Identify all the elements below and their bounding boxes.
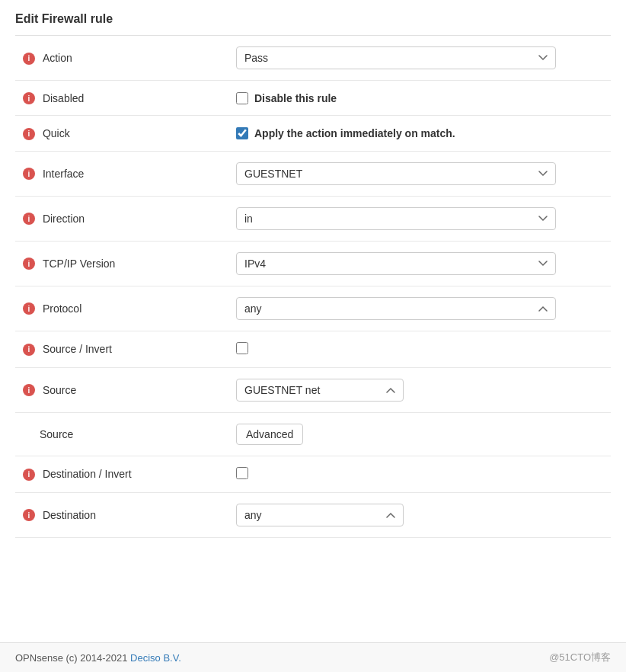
source-advanced-button[interactable]: Advanced [236,424,303,445]
footer-right: @51CTO博客 [549,651,611,664]
source-invert-checkbox[interactable] [236,342,248,354]
destination-invert-info-icon[interactable]: i [23,469,35,481]
disabled-value-cell: Disable this rule [228,81,611,116]
protocol-row: i Protocol anyTCPUDPICMP [15,286,611,331]
tcpip-label: TCP/IP Version [43,258,115,270]
source-label: Source [43,384,76,396]
destination-label-cell: i Destination [15,492,228,537]
protocol-value-cell: anyTCPUDPICMP [228,286,611,331]
protocol-info-icon[interactable]: i [23,302,35,315]
tcpip-label-cell: i TCP/IP Version [15,241,228,286]
action-label: Action [43,53,72,65]
interface-label-cell: i Interface [15,151,228,196]
interface-row: i Interface GUESTNETLANWAN [15,151,611,196]
quick-row: i Quick Apply the action immediately on … [15,116,611,151]
interface-label: Interface [43,168,84,180]
quick-label: Quick [43,128,70,140]
disabled-label-cell: i Disabled [15,81,228,116]
disabled-checkbox-label: Disable this rule [254,92,337,104]
form-table: i Action PassBlockReject i Disabled Disa… [15,36,611,538]
source-advanced-value-cell: Advanced [228,412,611,456]
quick-checkbox[interactable] [236,127,248,139]
interface-select[interactable]: GUESTNETLANWAN [236,162,556,185]
footer-left-text: OPNsense (c) 2014-2021 [15,652,127,664]
disabled-info-icon[interactable]: i [23,92,35,104]
source-select[interactable]: GUESTNET netanysingle host or network [236,379,404,402]
quick-info-icon[interactable]: i [23,128,35,140]
destination-invert-label-cell: i Destination / Invert [15,456,228,492]
quick-checkbox-label: Apply the action immediately on match. [254,127,455,139]
source-label-cell: i Source [15,367,228,412]
destination-info-icon[interactable]: i [23,509,35,521]
source-invert-value-cell [228,331,611,367]
action-value-cell: PassBlockReject [228,36,611,81]
destination-row: i Destination anysingle host or networkL… [15,492,611,537]
direction-row: i Direction inout [15,196,611,241]
direction-label: Direction [43,213,85,225]
source-value-cell: GUESTNET netanysingle host or network [228,367,611,412]
destination-invert-label: Destination / Invert [43,469,132,481]
source-invert-info-icon[interactable]: i [23,344,35,356]
source-row: i Source GUESTNET netanysingle host or n… [15,367,611,412]
quick-label-cell: i Quick [15,116,228,151]
footer-link[interactable]: Deciso B.V. [130,652,181,664]
disabled-checkbox[interactable] [236,92,248,104]
protocol-select[interactable]: anyTCPUDPICMP [236,297,556,320]
direction-info-icon[interactable]: i [23,213,35,225]
protocol-label: Protocol [43,302,81,315]
footer: OPNsense (c) 2014-2021 Deciso B.V. @51CT… [0,642,626,672]
interface-info-icon[interactable]: i [23,168,35,180]
direction-value-cell: inout [228,196,611,241]
disabled-checkbox-row: Disable this rule [236,92,603,104]
direction-label-cell: i Direction [15,196,228,241]
direction-select[interactable]: inout [236,207,556,230]
page-title: Edit Firewall rule [15,12,611,36]
destination-invert-checkbox[interactable] [236,467,248,479]
tcpip-row: i TCP/IP Version IPv4IPv6IPv4+IPv6 [15,241,611,286]
disabled-label: Disabled [43,92,84,104]
disabled-row: i Disabled Disable this rule [15,81,611,116]
source-advanced-row: Source Advanced [15,412,611,456]
quick-checkbox-row: Apply the action immediately on match. [236,127,603,139]
destination-invert-value-cell [228,456,611,492]
interface-value-cell: GUESTNETLANWAN [228,151,611,196]
quick-value-cell: Apply the action immediately on match. [228,116,611,151]
protocol-label-cell: i Protocol [15,286,228,331]
source-advanced-label-cell: Source [15,412,228,456]
destination-select[interactable]: anysingle host or networkLAN net [236,504,404,526]
source-invert-label: Source / Invert [43,344,112,356]
source-invert-label-cell: i Source / Invert [15,331,228,367]
source-advanced-label: Source [40,428,73,440]
source-invert-row: i Source / Invert [15,331,611,367]
tcpip-info-icon[interactable]: i [23,258,35,270]
destination-value-cell: anysingle host or networkLAN net [228,492,611,537]
destination-invert-row: i Destination / Invert [15,456,611,492]
action-info-icon[interactable]: i [23,53,35,65]
tcpip-value-cell: IPv4IPv6IPv4+IPv6 [228,241,611,286]
action-row: i Action PassBlockReject [15,36,611,81]
page-container: Edit Firewall rule i Action PassBlockRej… [0,0,626,584]
tcpip-select[interactable]: IPv4IPv6IPv4+IPv6 [236,252,556,275]
action-select[interactable]: PassBlockReject [236,46,556,69]
footer-left: OPNsense (c) 2014-2021 Deciso B.V. [15,652,181,664]
source-info-icon[interactable]: i [23,384,35,396]
destination-label: Destination [43,509,96,521]
action-label-cell: i Action [15,36,228,81]
